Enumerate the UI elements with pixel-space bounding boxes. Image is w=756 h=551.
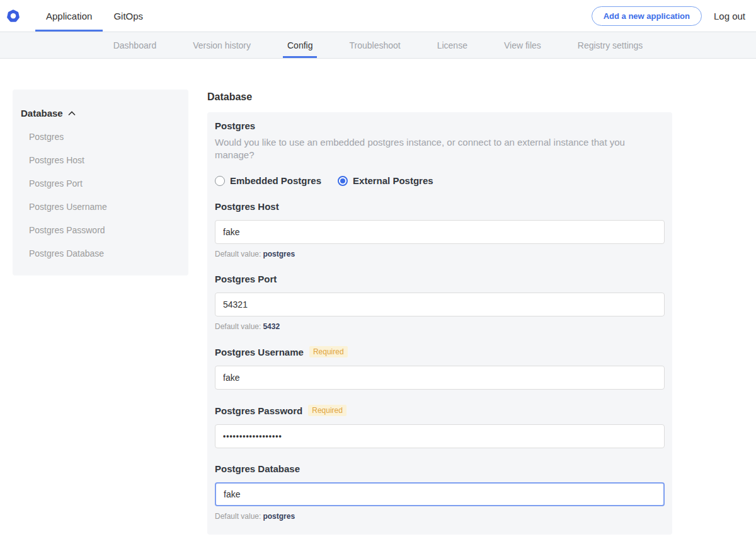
- tab-gitops-label: GitOps: [113, 11, 143, 21]
- radio-external-postgres[interactable]: External Postgres: [338, 175, 433, 186]
- sidebar-item-postgres-password[interactable]: Postgres Password: [29, 225, 178, 235]
- default-value-link[interactable]: postgres: [263, 250, 295, 258]
- radio-circle-checked[interactable]: [338, 176, 348, 186]
- radio-external-postgres-label: External Postgres: [353, 175, 433, 186]
- postgres-radio-group: Embedded Postgres External Postgres: [215, 175, 665, 186]
- subnav-label: Config: [287, 40, 312, 50]
- subnav-item-config[interactable]: Config: [287, 32, 312, 58]
- tab-gitops[interactable]: GitOps: [103, 0, 154, 32]
- default-label: Default value:: [215, 250, 261, 258]
- postgres-group-description: Would you like to use an embedded postgr…: [215, 136, 665, 161]
- postgres-username-input[interactable]: [215, 366, 665, 390]
- subnav-label: View files: [504, 40, 541, 50]
- app-logo-icon[interactable]: [6, 9, 20, 23]
- app-subnav: Dashboard Version history Config Trouble…: [0, 32, 756, 59]
- postgres-group-label-text: Postgres: [215, 120, 255, 131]
- topnav-right: Add a new application Log out: [592, 0, 756, 32]
- sidebar-item-postgres-host[interactable]: Postgres Host: [29, 155, 178, 165]
- radio-dot: [340, 178, 345, 183]
- subnav-item-registry-settings[interactable]: Registry settings: [578, 32, 643, 58]
- sidebar-item-postgres-username[interactable]: Postgres Username: [29, 202, 178, 212]
- radio-embedded-postgres[interactable]: Embedded Postgres: [215, 175, 321, 186]
- subnav-label: Registry settings: [578, 40, 643, 50]
- required-badge: Required: [308, 405, 346, 416]
- postgres-host-label: Postgres Host: [215, 201, 279, 212]
- field-postgres-username: Postgres Username Required: [215, 346, 665, 390]
- subnav-item-dashboard[interactable]: Dashboard: [113, 32, 157, 58]
- subnav-label: Troubleshoot: [349, 40, 400, 50]
- postgres-group-label: Postgres: [215, 120, 665, 131]
- sidebar-group-label: Database: [21, 108, 63, 119]
- add-new-application-button[interactable]: Add a new application: [592, 6, 702, 26]
- app-tabs: Application GitOps: [35, 0, 154, 32]
- sidebar-group-database[interactable]: Database: [21, 108, 178, 119]
- postgres-port-default-hint: Default value:5432: [215, 322, 665, 331]
- postgres-password-label: Postgres Password: [215, 405, 302, 416]
- field-postgres-port: Postgres Port Default value:5432: [215, 274, 665, 331]
- sidebar-item-postgres[interactable]: Postgres: [29, 132, 178, 142]
- subnav-item-view-files[interactable]: View files: [504, 32, 541, 58]
- sidebar-item-postgres-port[interactable]: Postgres Port: [29, 178, 178, 188]
- config-page: Database Postgres Postgres Host Postgres…: [0, 59, 756, 551]
- postgres-port-label: Postgres Port: [215, 274, 277, 284]
- subnav-label: Dashboard: [113, 40, 157, 50]
- subnav-label: License: [437, 40, 467, 50]
- postgres-database-default-hint: Default value:postgres: [215, 512, 665, 521]
- top-navigation: Application GitOps Add a new application…: [0, 0, 756, 32]
- postgres-database-input[interactable]: [215, 482, 665, 506]
- default-label: Default value:: [215, 512, 261, 521]
- postgres-username-label: Postgres Username: [215, 347, 304, 357]
- config-main: Database Postgres Would you like to use …: [207, 91, 672, 551]
- field-postgres-host: Postgres Host Default value:postgres: [215, 201, 665, 258]
- postgres-host-default-hint: Default value:postgres: [215, 250, 665, 258]
- page-title: Database: [207, 91, 672, 103]
- postgres-host-input[interactable]: [215, 220, 665, 244]
- field-postgres-password: Postgres Password Required: [215, 405, 665, 448]
- logout-button[interactable]: Log out: [714, 11, 745, 21]
- default-value-link[interactable]: postgres: [263, 512, 295, 521]
- tab-application[interactable]: Application: [35, 0, 103, 32]
- subnav-item-troubleshoot[interactable]: Troubleshoot: [349, 32, 400, 58]
- chevron-up-icon: [68, 111, 76, 116]
- radio-embedded-postgres-label: Embedded Postgres: [230, 175, 321, 186]
- subnav-item-version-history[interactable]: Version history: [193, 32, 251, 58]
- sidebar-item-list: Postgres Postgres Host Postgres Port Pos…: [21, 132, 178, 258]
- subnav-label: Version history: [193, 40, 251, 50]
- field-postgres-database: Postgres Database Default value:postgres: [215, 463, 665, 521]
- sidebar-item-postgres-database[interactable]: Postgres Database: [29, 248, 178, 258]
- default-label: Default value:: [215, 322, 261, 331]
- config-sidebar: Database Postgres Postgres Host Postgres…: [13, 90, 188, 276]
- required-badge: Required: [309, 346, 348, 357]
- subnav-item-license[interactable]: License: [437, 32, 467, 58]
- postgres-port-input[interactable]: [215, 293, 665, 316]
- config-group-panel: Postgres Would you like to use an embedd…: [207, 112, 672, 535]
- postgres-password-input[interactable]: [215, 424, 665, 448]
- postgres-database-label: Postgres Database: [215, 463, 300, 474]
- tab-application-label: Application: [46, 11, 92, 21]
- default-value-link[interactable]: 5432: [263, 322, 280, 331]
- radio-circle-unchecked[interactable]: [215, 176, 225, 186]
